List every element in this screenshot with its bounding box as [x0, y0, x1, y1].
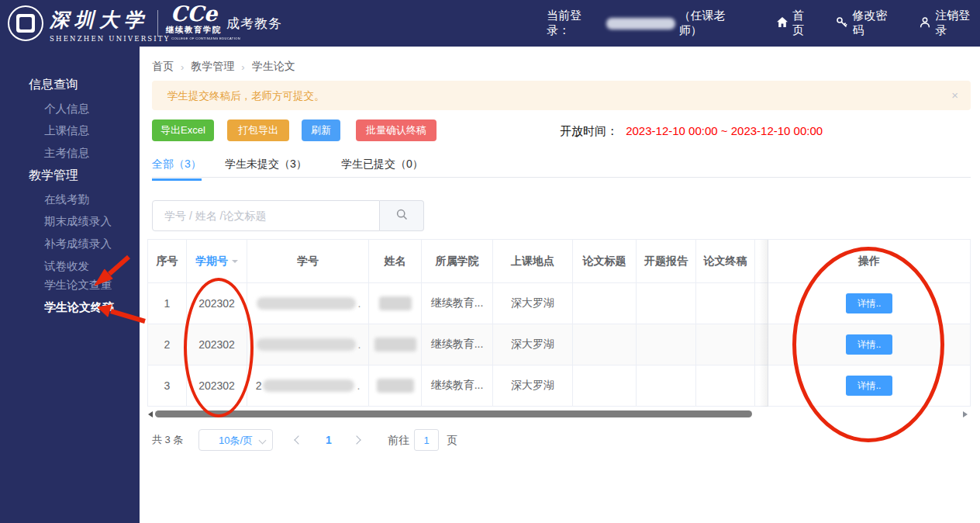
breadcrumb-separator-icon: ›	[241, 61, 244, 73]
student-no-suffix: .	[357, 379, 360, 392]
header-right: 当前登录： （任课老师） 首页 修改密码	[547, 0, 980, 47]
nav-change-password[interactable]: 修改密码	[836, 9, 897, 38]
login-name-redacted	[606, 18, 675, 29]
student-no-suffix: .	[358, 338, 361, 351]
nav-home[interactable]: 首页	[776, 9, 815, 38]
col-header-name: 姓名	[369, 240, 422, 283]
search-input[interactable]	[152, 200, 380, 231]
cell-final	[696, 365, 755, 407]
cell-clipped	[755, 283, 768, 324]
col-header-action: 操作	[768, 240, 971, 283]
caret-down-icon	[232, 260, 238, 266]
goto-page-input[interactable]	[414, 429, 439, 451]
university-logo: 深圳大学 SHENZHEN UNIVERSITY	[50, 7, 171, 43]
nav-logout-label: 注销登录	[935, 9, 980, 38]
page-size-select[interactable]: 10条/页	[198, 429, 273, 451]
sidebar-item-exam-info[interactable]: 主考信息	[0, 144, 140, 161]
col-header-location: 上课地点	[493, 240, 573, 283]
cell-name	[369, 283, 422, 324]
col-header-college: 所属学院	[422, 240, 493, 283]
app-title: 成考教务	[226, 15, 282, 33]
cell-college: 继续教育...	[422, 365, 493, 407]
sidebar-item-makeup-grades[interactable]: 补考成绩录入	[0, 235, 140, 252]
table-header-row: 序号 学期号 学号 姓名 所属学院 上课地点 论文标题 开题报告 论文终稿 操作	[148, 240, 971, 283]
sidebar-item-paper-delivery[interactable]: 试卷收发	[0, 258, 140, 275]
batch-confirm-button[interactable]: 批量确认终稿	[356, 119, 437, 141]
goto-unit: 页	[447, 429, 457, 451]
col-header-index: 序号	[148, 240, 187, 283]
breadcrumb-thesis: 学生论文	[252, 60, 295, 74]
hscroll-left-arrow-icon[interactable]	[148, 411, 153, 417]
name-redacted	[374, 338, 416, 352]
cell-title	[573, 324, 637, 365]
table-row: 2 202302 . 继续教育... 深大罗湖 详情..	[148, 324, 971, 365]
sidebar-item-final-grades[interactable]: 期末成绩录入	[0, 213, 140, 230]
cell-location: 深大罗湖	[493, 283, 573, 324]
college-logo: CCe 继续教育学院 COLLEGE OF CONTINUING EDUCATI…	[166, 3, 222, 40]
tab-submitted[interactable]: 学生已提交（0）	[341, 158, 423, 178]
col-header-term[interactable]: 学期号	[187, 240, 247, 283]
cell-name	[369, 324, 422, 365]
cell-location: 深大罗湖	[493, 324, 573, 365]
refresh-button[interactable]: 刷新	[302, 119, 340, 141]
cell-student-no: .	[247, 324, 369, 365]
cell-student-no: 2 .	[247, 365, 369, 407]
university-name-en: SHENZHEN UNIVERSITY	[50, 35, 171, 43]
cell-term: 202302	[187, 283, 247, 324]
student-no-redacted	[257, 338, 356, 351]
pagination-total: 共 3 条	[152, 429, 183, 451]
name-redacted	[379, 296, 412, 310]
cell-action: 详情..	[768, 324, 971, 365]
tab-all[interactable]: 全部（3）	[152, 158, 202, 181]
cell-title	[573, 365, 637, 407]
sidebar-item-thesis-final[interactable]: 学生论文终稿	[0, 299, 140, 316]
cell-final	[696, 324, 755, 365]
breadcrumb-separator-icon: ›	[181, 61, 184, 73]
chevron-right-icon	[352, 435, 361, 444]
sidebar-item-personal-info[interactable]: 个人信息	[0, 100, 140, 117]
prev-page-button[interactable]	[291, 429, 306, 451]
thesis-table: 序号 学期号 学号 姓名 所属学院 上课地点 论文标题 开题报告 论文终稿 操作…	[147, 239, 971, 407]
cell-action: 详情..	[768, 283, 971, 324]
hscroll-right-arrow-icon[interactable]	[963, 411, 968, 417]
col-header-proposal: 开题报告	[637, 240, 696, 283]
export-excel-button[interactable]: 导出Excel	[152, 119, 214, 141]
close-icon[interactable]: ×	[951, 88, 958, 102]
sidebar-item-thesis-check[interactable]: 学生论文查重	[0, 276, 140, 293]
col-header-student-no: 学号	[247, 240, 369, 283]
student-no-redacted	[263, 379, 354, 392]
cell-term: 202302	[187, 324, 247, 365]
col-header-final: 论文终稿	[696, 240, 755, 283]
cell-final	[696, 283, 755, 324]
col-header-title: 论文标题	[573, 240, 637, 283]
cell-college: 继续教育...	[422, 283, 493, 324]
current-page[interactable]: 1	[319, 429, 338, 451]
col-header-clipped	[755, 240, 768, 283]
detail-button[interactable]: 详情..	[846, 376, 892, 396]
cell-proposal	[637, 365, 696, 407]
next-page-button[interactable]	[350, 429, 366, 451]
notice-text: 学生提交终稿后，老师方可提交。	[167, 89, 325, 103]
logo-divider	[157, 10, 158, 36]
detail-button[interactable]: 详情..	[846, 293, 892, 313]
breadcrumb-teaching[interactable]: 教学管理	[191, 60, 234, 74]
search-button[interactable]	[380, 200, 424, 231]
cell-clipped	[755, 365, 768, 407]
sidebar-item-class-info[interactable]: 上课信息	[0, 122, 140, 139]
table-row: 3 202302 2 . 继续教育... 深大罗湖 详情..	[148, 365, 971, 407]
cell-name	[369, 365, 422, 407]
breadcrumb-home[interactable]: 首页	[152, 60, 174, 74]
sidebar-item-attendance[interactable]: 在线考勤	[0, 191, 140, 208]
open-time: 开放时间： 2023-12-10 00:00 ~ 2023-12-10 00:0…	[560, 124, 823, 139]
package-export-button[interactable]: 打包导出	[227, 119, 289, 141]
cell-proposal	[637, 283, 696, 324]
tab-not-submitted[interactable]: 学生未提交（3）	[225, 158, 307, 178]
name-redacted	[377, 379, 414, 393]
nav-logout[interactable]: 注销登录	[919, 9, 980, 38]
login-role: （任课老师）	[678, 9, 747, 38]
hscroll-thumb[interactable]	[155, 410, 752, 417]
breadcrumb: 首页 › 教学管理 › 学生论文	[152, 60, 295, 74]
detail-button[interactable]: 详情..	[846, 334, 892, 355]
chevron-left-icon	[294, 435, 302, 444]
col-header-term-label: 学期号	[195, 255, 228, 268]
